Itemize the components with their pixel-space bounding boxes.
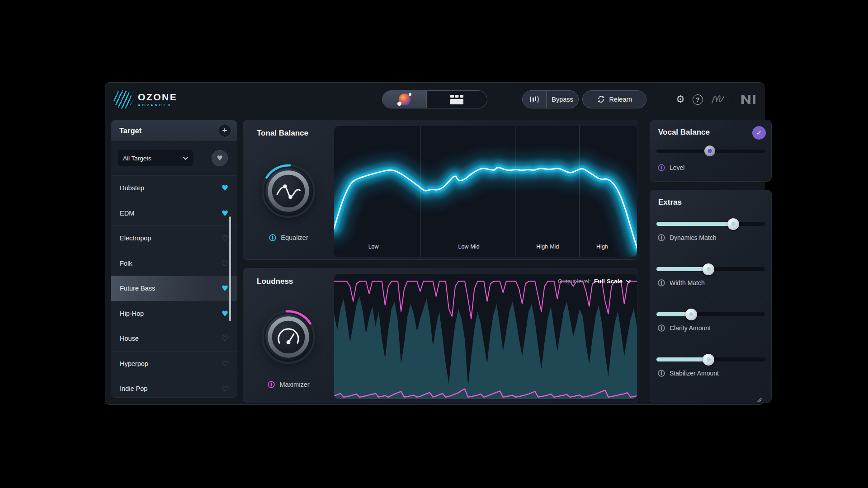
- relearn-label: Relearn: [609, 96, 632, 103]
- slider-track[interactable]: [656, 357, 765, 361]
- power-toggle-icon[interactable]: [657, 279, 665, 287]
- slider-track[interactable]: [656, 267, 765, 271]
- vocal-level-label: Level: [670, 164, 684, 171]
- output-level-dropdown[interactable]: Output level: Full Scale: [558, 278, 631, 285]
- favorites-filter-button[interactable]: ♥: [212, 150, 228, 166]
- power-toggle-icon[interactable]: [657, 234, 665, 242]
- relearn-button[interactable]: Relearn: [582, 90, 646, 108]
- equalizer-toggle-row: Equalizer: [245, 234, 331, 242]
- genre-row-edm[interactable]: EDM♥: [111, 201, 237, 226]
- slider-thumb[interactable]: [703, 354, 714, 366]
- app-logo: OZONE ADVANCED: [113, 90, 177, 109]
- assistant-sphere-icon: [399, 94, 410, 105]
- power-toggle-icon[interactable]: [657, 369, 665, 377]
- maximizer-knob[interactable]: [259, 308, 318, 366]
- slider-thumb[interactable]: [704, 145, 715, 156]
- target-filter-row: All Targets ♥: [111, 141, 237, 176]
- favorite-heart-icon[interactable]: ♡: [222, 234, 228, 243]
- band-label-high-mid: High-Mid: [536, 244, 559, 250]
- maximizer-toggle-row: Maximizer: [245, 380, 331, 389]
- band-label-low-mid: Low-Mid: [458, 244, 480, 250]
- slider-label-row: Clarity Amount: [657, 324, 711, 332]
- loudness-title: Loudness: [257, 277, 293, 286]
- slider-fill: [656, 222, 733, 226]
- slider-label: Stabilizer Amount: [670, 370, 719, 377]
- target-filter-value: All Targets: [123, 155, 151, 162]
- genre-label: Indie Pop: [120, 385, 222, 392]
- native-instruments-logo: [741, 94, 756, 104]
- genre-label: Electropop: [120, 235, 222, 242]
- extras-slider-width-match: Width Match: [656, 259, 765, 300]
- assistant-view-tab[interactable]: [382, 91, 427, 108]
- slider-label-row: Width Match: [657, 279, 705, 287]
- genre-list-scrollbar[interactable]: [229, 216, 231, 321]
- relearn-refresh-icon: [597, 95, 605, 103]
- genre-row-hyperpop[interactable]: Hyperpop♡: [111, 352, 237, 377]
- extras-title: Extras: [658, 198, 682, 207]
- extras-slider-stabilizer-amount: Stabilizer Amount: [656, 349, 765, 391]
- slider-thumb[interactable]: [727, 218, 739, 230]
- band-label-low: Low: [368, 244, 379, 250]
- window-resize-handle[interactable]: [756, 397, 762, 402]
- target-title: Target: [119, 127, 218, 135]
- favorite-heart-icon[interactable]: ♡: [222, 384, 228, 393]
- genre-row-electropop[interactable]: Electropop♡: [111, 226, 237, 251]
- vocal-balance-title: Vocal Balance: [658, 128, 710, 137]
- favorite-heart-icon[interactable]: ♥: [222, 284, 228, 293]
- genre-label: Dubstep: [120, 184, 222, 192]
- slider-label: Clarity Amount: [670, 324, 711, 332]
- favorite-heart-icon[interactable]: ♡: [222, 259, 228, 268]
- genre-row-house[interactable]: House♡: [111, 326, 237, 352]
- slider-label: Width Match: [670, 279, 705, 286]
- desktop-background: OZONE ADVANCED Bypass: [0, 0, 868, 488]
- favorite-heart-icon[interactable]: ♥: [222, 209, 228, 218]
- tonal-balance-chart: LowLow-MidHigh-MidHigh: [334, 126, 637, 257]
- genre-row-indie-pop[interactable]: Indie Pop♡: [111, 376, 237, 398]
- vocal-level-row: Level: [657, 164, 684, 172]
- slider-track[interactable]: [656, 312, 765, 316]
- genre-label: Future Bass: [120, 285, 222, 292]
- genre-row-hip-hop[interactable]: Hip-Hop♥: [111, 301, 237, 327]
- plugin-fader-icon[interactable]: [523, 91, 547, 108]
- equalizer-knob[interactable]: [259, 162, 318, 221]
- favorite-heart-icon[interactable]: ♡: [222, 334, 228, 343]
- bypass-button[interactable]: Bypass: [547, 96, 578, 103]
- help-icon[interactable]: ?: [693, 94, 703, 105]
- favorite-heart-icon[interactable]: ♡: [222, 359, 228, 368]
- favorite-heart-icon[interactable]: ♥: [222, 183, 228, 192]
- vocal-level-slider[interactable]: [656, 147, 765, 155]
- genre-row-future-bass[interactable]: Future Bass♥: [111, 276, 237, 301]
- power-toggle-icon[interactable]: [657, 164, 665, 172]
- genre-row-dubstep[interactable]: Dubstep♥: [111, 176, 237, 201]
- slider-thumb[interactable]: [685, 309, 697, 320]
- target-panel: Target + All Targets ♥ Dubstep♥EDM♥Elect…: [111, 120, 237, 398]
- add-target-button[interactable]: +: [218, 124, 231, 137]
- genre-label: Hip-Hop: [120, 310, 222, 317]
- target-panel-header: Target +: [111, 120, 237, 141]
- tonal-balance-title: Tonal Balance: [257, 129, 308, 138]
- power-toggle-icon[interactable]: [267, 380, 275, 389]
- genre-label: Hyperpop: [120, 360, 222, 367]
- slider-thumb[interactable]: [703, 263, 714, 275]
- power-toggle-icon[interactable]: [269, 234, 277, 242]
- favorite-heart-icon[interactable]: ♥: [222, 309, 228, 318]
- slider-label-row: Dynamics Match: [657, 234, 716, 242]
- slider-track[interactable]: [656, 222, 765, 226]
- extras-slider-clarity-amount: Clarity Amount: [656, 304, 765, 346]
- view-mode-toggle[interactable]: [382, 90, 487, 108]
- bypass-button-group: Bypass: [522, 90, 579, 108]
- genre-list: Dubstep♥EDM♥Electropop♡Folk♡Future Bass♥…: [111, 176, 237, 398]
- settings-gear-icon[interactable]: ⚙: [676, 94, 685, 104]
- vocal-balance-check-button[interactable]: ✓: [752, 126, 766, 140]
- band-label-high: High: [596, 244, 608, 250]
- target-filter-dropdown[interactable]: All Targets: [118, 150, 193, 166]
- genre-row-folk[interactable]: Folk♡: [111, 251, 237, 277]
- power-toggle-icon[interactable]: [657, 324, 665, 332]
- output-level-label: Output level:: [558, 278, 591, 285]
- ozone-logo-icon: [113, 90, 132, 109]
- equalizer-label: Equalizer: [281, 234, 308, 241]
- detailed-view-tab[interactable]: [427, 91, 487, 108]
- slider-label-row: Stabilizer Amount: [657, 369, 719, 377]
- vocal-balance-panel: Vocal Balance ✓ Level: [650, 120, 772, 182]
- izotope-scribble-icon: [711, 94, 725, 105]
